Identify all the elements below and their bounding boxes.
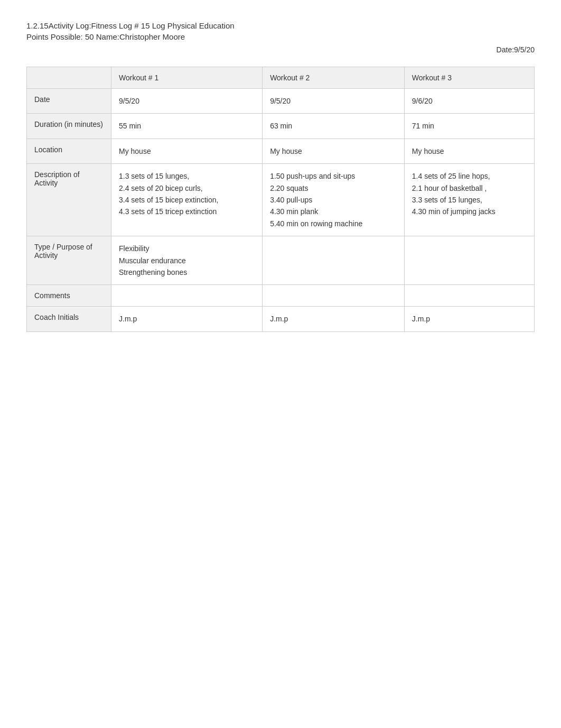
table-row: Coach InitialsJ.m.pJ.m.pJ.m.p: [27, 307, 535, 331]
row-5-w3: [404, 285, 534, 307]
row-4-w1: Flexibility Muscular endurance Strengthe…: [111, 236, 263, 285]
table-row: Duration (in minutes)55 min63 min71 min: [27, 114, 535, 139]
row-1-w3: 71 min: [404, 114, 534, 139]
col-header-empty: [27, 67, 111, 89]
row-4-w2: [263, 236, 405, 285]
table-row: Type / Purpose of ActivityFlexibility Mu…: [27, 236, 535, 285]
row-label-4: Type / Purpose of Activity: [27, 236, 111, 285]
row-3-w2: 1.50 push-ups and sit-ups 2.20 squats 3.…: [263, 164, 405, 236]
row-3-w3: 1.4 sets of 25 line hops, 2.1 hour of ba…: [404, 164, 534, 236]
row-2-w3: My house: [404, 139, 534, 163]
row-label-3: Description of Activity: [27, 164, 111, 236]
row-6-w3: J.m.p: [404, 307, 534, 331]
table-row: Date9/5/209/5/209/6/20: [27, 89, 535, 114]
row-label-5: Comments: [27, 285, 111, 307]
table-row: LocationMy houseMy houseMy house: [27, 139, 535, 163]
header-line2: Points Possible: 50 Name:Christopher Moo…: [26, 32, 535, 41]
row-2-w2: My house: [263, 139, 405, 163]
row-label-6: Coach Initials: [27, 307, 111, 331]
activity-log-table: Workout # 1 Workout # 2 Workout # 3 Date…: [26, 67, 535, 332]
row-1-w2: 63 min: [263, 114, 405, 139]
row-4-w3: [404, 236, 534, 285]
date-line: Date:9/5/20: [26, 45, 535, 54]
row-3-w1: 1.3 sets of 15 lunges, 2.4 sets of 20 bi…: [111, 164, 263, 236]
row-0-w3: 9/6/20: [404, 89, 534, 114]
row-0-w2: 9/5/20: [263, 89, 405, 114]
col-header-w1: Workout # 1: [111, 67, 263, 89]
row-5-w1: [111, 285, 263, 307]
row-1-w1: 55 min: [111, 114, 263, 139]
row-5-w2: [263, 285, 405, 307]
col-header-w3: Workout # 3: [404, 67, 534, 89]
row-0-w1: 9/5/20: [111, 89, 263, 114]
header-line1: 1.2.15Activity Log:Fitness Log # 15 Log …: [26, 21, 535, 30]
table-row: Description of Activity1.3 sets of 15 lu…: [27, 164, 535, 236]
row-label-0: Date: [27, 89, 111, 114]
row-label-2: Location: [27, 139, 111, 163]
col-header-w2: Workout # 2: [263, 67, 405, 89]
row-6-w1: J.m.p: [111, 307, 263, 331]
row-label-1: Duration (in minutes): [27, 114, 111, 139]
table-row: Comments: [27, 285, 535, 307]
row-6-w2: J.m.p: [263, 307, 405, 331]
row-2-w1: My house: [111, 139, 263, 163]
